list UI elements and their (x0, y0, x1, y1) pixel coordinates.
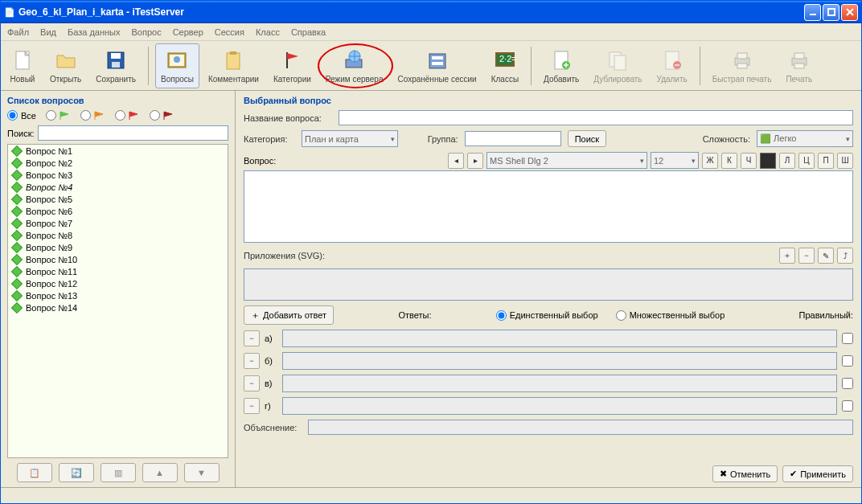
nav-down-button[interactable]: ▼ (184, 463, 220, 482)
answer-correct-checkbox[interactable] (842, 355, 853, 367)
question-list-item[interactable]: Вопрос №7 (8, 217, 228, 229)
align-right-button[interactable]: П (818, 153, 834, 169)
cancel-button[interactable]: ✖Отменить (712, 465, 778, 482)
toolbar-comments[interactable]: Комментарии (203, 43, 265, 88)
undo-button[interactable]: ◂ (448, 153, 464, 169)
redo-button[interactable]: ▸ (467, 153, 483, 169)
menu-view[interactable]: Вид (40, 27, 56, 37)
align-left-button[interactable]: Л (779, 153, 795, 169)
edit-svg-button[interactable]: ✎ (818, 248, 834, 264)
answer-input[interactable] (282, 397, 837, 415)
group-search-button[interactable]: Поиск (568, 130, 606, 147)
svg-rect-33 (794, 64, 804, 68)
toolbar: Новый Открыть Сохранить Вопросы Коммента… (1, 41, 861, 91)
question-list-item[interactable]: Вопрос №10 (8, 253, 228, 265)
question-list-item[interactable]: Вопрос №12 (8, 277, 228, 289)
attachments-area[interactable] (244, 268, 853, 301)
question-text-area[interactable] (244, 170, 853, 243)
toolbar-categories[interactable]: Категории (268, 43, 317, 88)
answer-input[interactable] (282, 330, 837, 347)
toolbar-saved-sessions[interactable]: Сохранённые сессии (392, 43, 482, 88)
add-page-icon (548, 47, 574, 73)
question-list-item[interactable]: Вопрос №13 (8, 289, 228, 301)
toolbar-print[interactable]: Печать (780, 43, 818, 88)
remove-svg-button[interactable]: － (798, 248, 815, 264)
explanation-input[interactable] (308, 420, 853, 435)
close-button[interactable] (841, 4, 858, 21)
menu-question[interactable]: Вопрос (131, 27, 161, 37)
nav-clipboard-button[interactable]: 📋 (17, 463, 52, 482)
filter-orange[interactable] (80, 110, 105, 121)
question-list[interactable]: Вопрос №1Вопрос №2Вопрос №3Вопрос №4Вопр… (7, 144, 228, 458)
apply-button[interactable]: ✔Применить (782, 465, 853, 482)
italic-button[interactable]: К (721, 153, 737, 169)
question-list-item[interactable]: Вопрос №3 (8, 169, 228, 181)
question-list-item[interactable]: Вопрос №11 (8, 265, 228, 277)
answer-input[interactable] (282, 375, 837, 392)
filter-all[interactable]: Все (7, 110, 36, 121)
menu-help[interactable]: Справка (291, 27, 326, 37)
menu-session[interactable]: Сессия (215, 27, 244, 37)
toolbar-duplicate[interactable]: Дублировать (588, 43, 647, 88)
maximize-button[interactable] (823, 4, 839, 21)
question-list-item[interactable]: Вопрос №8 (8, 229, 228, 241)
answer-input[interactable] (282, 352, 837, 370)
toolbar-quick-print[interactable]: Быстрая печать (707, 43, 778, 88)
single-choice-radio[interactable]: Единственный выбор (496, 310, 598, 321)
question-list-item[interactable]: Вопрос №5 (8, 193, 228, 205)
question-list-item[interactable]: Вопрос №14 (8, 301, 228, 313)
nav-filter-button[interactable]: ▥ (101, 463, 136, 482)
filter-darkred[interactable] (150, 110, 174, 121)
new-file-icon (10, 47, 35, 73)
diamond-icon (11, 301, 23, 313)
toolbar-save[interactable]: Сохранить (90, 43, 142, 88)
svg-rect-8 (112, 62, 120, 68)
font-combo[interactable]: MS Shell Dlg 2▾ (486, 152, 647, 169)
align-center-button[interactable]: Ц (798, 153, 815, 169)
bold-button[interactable]: Ж (702, 153, 718, 169)
add-svg-button[interactable]: ＋ (779, 248, 795, 264)
remove-answer-button[interactable]: － (244, 330, 260, 346)
underline-button[interactable]: Ч (741, 153, 757, 169)
minimize-button[interactable] (804, 4, 821, 21)
remove-answer-button[interactable]: － (244, 398, 260, 414)
remove-answer-button[interactable]: － (244, 375, 260, 391)
filter-red[interactable] (115, 110, 140, 121)
question-item-label: Вопрос №7 (26, 219, 72, 228)
answer-letter: в) (265, 379, 277, 388)
question-list-item[interactable]: Вопрос №1 (8, 145, 228, 157)
toolbar-delete[interactable]: Удалить (651, 43, 693, 88)
question-list-item[interactable]: Вопрос №6 (8, 205, 228, 217)
toolbar-add[interactable]: Добавить (538, 43, 585, 88)
nav-refresh-button[interactable]: 🔄 (59, 463, 94, 482)
difficulty-combo[interactable]: 🟩 Легко▾ (757, 130, 853, 147)
toolbar-server-mode[interactable]: Режим сервера (320, 43, 389, 88)
menu-file[interactable]: Файл (7, 27, 29, 37)
toolbar-open[interactable]: Открыть (44, 43, 87, 88)
add-answer-button[interactable]: ＋Добавить ответ (244, 305, 334, 325)
text-color-swatch[interactable] (760, 153, 776, 169)
menu-class[interactable]: Класс (256, 27, 280, 37)
toolbar-new[interactable]: Новый (4, 43, 41, 88)
export-svg-button[interactable]: ⤴ (837, 248, 853, 264)
question-list-item[interactable]: Вопрос №9 (8, 241, 228, 253)
answer-correct-checkbox[interactable] (842, 333, 853, 344)
strikethrough-button[interactable]: Ш (837, 153, 853, 169)
search-input[interactable] (38, 125, 228, 141)
toolbar-classes[interactable]: 2·2=4Классы (486, 43, 524, 88)
question-list-item[interactable]: Вопрос №2 (8, 157, 228, 169)
answer-correct-checkbox[interactable] (842, 400, 853, 412)
filter-green[interactable] (46, 110, 71, 121)
question-name-input[interactable] (339, 110, 853, 125)
group-input[interactable] (465, 131, 561, 146)
question-list-item[interactable]: Вопрос №4 (8, 181, 228, 193)
category-combo[interactable]: План и карта▾ (302, 130, 398, 147)
menu-server[interactable]: Сервер (173, 27, 203, 37)
remove-answer-button[interactable]: － (244, 353, 260, 369)
font-size-combo[interactable]: 12▾ (651, 152, 699, 169)
answer-correct-checkbox[interactable] (842, 378, 853, 389)
nav-up-button[interactable]: ▲ (142, 463, 178, 482)
toolbar-questions[interactable]: Вопросы (155, 43, 199, 88)
multi-choice-radio[interactable]: Множественный выбор (616, 310, 725, 321)
menu-database[interactable]: База данных (68, 27, 121, 37)
